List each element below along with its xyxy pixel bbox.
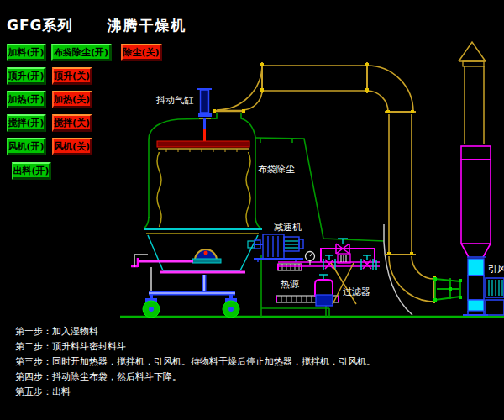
heat-off-button[interactable]: 加热(关)	[52, 91, 92, 108]
reducer-unit	[254, 234, 303, 262]
step-2: 第二步：顶升料斗密封料斗	[15, 339, 375, 354]
title-machine: 沸腾干燥机	[107, 17, 186, 34]
label-filter: 过滤器	[343, 286, 370, 297]
fan-inlet-funnel	[435, 277, 460, 302]
hopper-cart	[131, 229, 262, 318]
page-title: GFG系列 沸腾干燥机	[7, 16, 186, 35]
lift-off-button[interactable]: 顶升(关)	[52, 67, 92, 85]
stir-on-button[interactable]: 搅拌(开)	[7, 114, 46, 132]
label-reducer: 减速机	[274, 222, 302, 233]
discharge-on-button[interactable]: 出料(开)	[12, 162, 51, 180]
hmi-screen: { "title": { "series": "GFG系列", "machine…	[0, 0, 504, 420]
label-bag-filter: 布袋除尘	[258, 164, 295, 175]
step-1: 第一步：加入湿物料	[15, 324, 375, 339]
title-series: GFG系列	[7, 17, 73, 34]
bag-dust-on-button[interactable]: 布袋除尘(开)	[51, 44, 112, 61]
feed-on-button[interactable]: 加料(开)	[7, 44, 46, 61]
label-shaker-cylinder: 抖动气缸	[155, 95, 194, 106]
step-5: 第五步：出料	[15, 385, 375, 400]
fan-off-button[interactable]: 风机(关)	[52, 138, 92, 155]
dust-off-button[interactable]: 除尘(关)	[121, 44, 162, 61]
label-induced-fan: 引风机	[488, 264, 504, 275]
housing-arc	[384, 224, 412, 315]
label-heat-source: 热源	[280, 279, 299, 290]
chimney-stack	[459, 42, 491, 257]
operation-steps: 第一步：加入湿物料 第二步：顶升料斗密封料斗 第三步：同时开加热器，搅拌机，引风…	[15, 324, 375, 400]
lift-on-button[interactable]: 顶升(开)	[7, 67, 46, 85]
heat-on-button[interactable]: 加热(开)	[7, 91, 46, 108]
fan-on-button[interactable]: 风机(开)	[7, 138, 46, 155]
step-4: 第四步：抖动除尘布袋，然后料斗下降。	[15, 370, 375, 385]
stir-off-button[interactable]: 搅拌(关)	[52, 114, 92, 132]
bag-filter-bags	[157, 152, 250, 227]
step-3: 第三步：同时开加热器，搅拌机，引风机。待物料干燥后停止加热器，搅拌机，引风机。	[15, 354, 375, 370]
diagram-label-layer: 抖动气缸 布袋除尘 减速机 热源 过滤器 引风机	[155, 95, 504, 297]
